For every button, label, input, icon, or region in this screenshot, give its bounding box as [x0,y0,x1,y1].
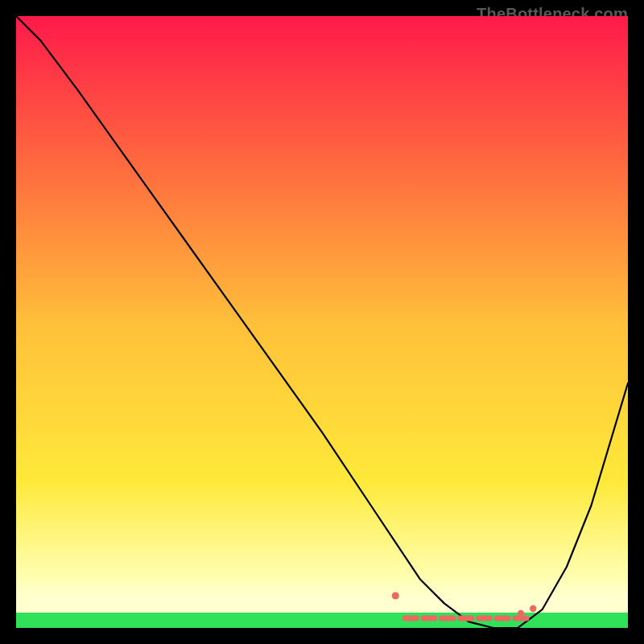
gradient-background [16,16,628,613]
marker-dot [518,610,524,617]
chart-canvas [16,16,628,628]
marker-dot [392,592,399,599]
marker-dot [530,605,536,612]
